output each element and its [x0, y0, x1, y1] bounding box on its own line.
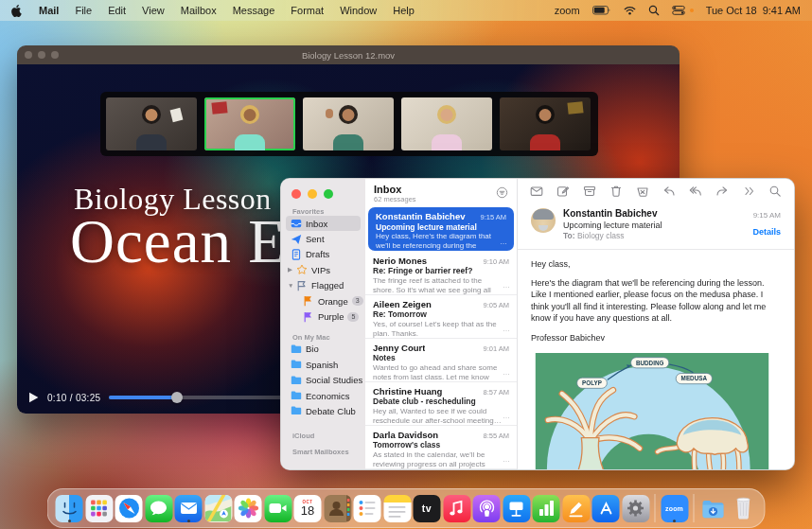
search-icon[interactable]: [648, 5, 660, 16]
zoom-status-item[interactable]: zoom: [555, 5, 580, 16]
participant-tile-2-active-speaker[interactable]: [204, 97, 295, 150]
sidebar-item-bio[interactable]: Bio: [286, 342, 361, 357]
dock-mail-icon[interactable]: [175, 495, 203, 522]
sidebar-item-orange-flag[interactable]: Orange 3: [298, 293, 361, 309]
menu-mail[interactable]: Mail: [39, 5, 59, 16]
menu-message[interactable]: Message: [233, 5, 275, 16]
wall-art: [211, 101, 227, 115]
archive-icon[interactable]: [583, 185, 596, 198]
dock-system-settings-icon[interactable]: [622, 495, 649, 522]
menu-format[interactable]: Format: [291, 5, 324, 16]
delete-icon[interactable]: [609, 185, 623, 198]
dock-trash-icon[interactable]: [730, 495, 757, 522]
battery-icon[interactable]: [592, 6, 611, 15]
dock-maps-icon[interactable]: [204, 495, 232, 522]
control-center-icon[interactable]: [672, 6, 685, 15]
menu-mailbox[interactable]: Mailbox: [181, 5, 217, 16]
wifi-icon[interactable]: [624, 6, 636, 15]
dock-messages-icon[interactable]: [145, 495, 172, 522]
scrubber-handle[interactable]: [171, 392, 183, 403]
sidebar-item-social-studies[interactable]: Social Studies: [286, 373, 361, 388]
message-row[interactable]: Aileen Zeigen9:05 AM Re: Tomorrow Yes, o…: [365, 295, 517, 339]
smart-mailboxes-section-label[interactable]: Smart Mailboxes: [286, 448, 361, 456]
participant-tile-5[interactable]: [500, 97, 591, 150]
more-indicator: …: [500, 238, 507, 246]
junk-icon[interactable]: [636, 185, 649, 198]
icloud-section-label[interactable]: iCloud: [286, 432, 361, 440]
menu-help[interactable]: Help: [393, 5, 415, 16]
message-row-selected[interactable]: Konstantin Babichev9:15 AM Upcoming lect…: [368, 207, 514, 251]
dock-podcasts-icon[interactable]: [473, 495, 501, 522]
more-icon[interactable]: [742, 185, 755, 198]
details-link[interactable]: Details: [752, 227, 781, 237]
dock-reminders-icon[interactable]: [354, 495, 381, 522]
dock-finder-icon[interactable]: [56, 495, 83, 522]
participant-tile-1[interactable]: [106, 97, 197, 150]
minimize-button[interactable]: [308, 189, 317, 199]
more-indicator: …: [503, 281, 510, 290]
dock-zoom-icon[interactable]: zoom: [661, 495, 688, 522]
menubar-date[interactable]: Tue Oct 18: [706, 5, 757, 16]
dock-facetime-icon[interactable]: [264, 495, 291, 522]
compose-icon[interactable]: [556, 185, 570, 198]
get-mail-icon[interactable]: [530, 185, 543, 198]
search-icon[interactable]: [768, 185, 782, 198]
chevron-right-icon[interactable]: ▶: [288, 266, 292, 273]
message-row[interactable]: Nerio Mones9:10 AM Re: Fringe or barrier…: [365, 252, 517, 295]
sidebar-item-economics[interactable]: Economics: [286, 388, 361, 403]
chevron-down-icon[interactable]: ▼: [288, 282, 292, 289]
sidebar-item-drafts[interactable]: Drafts: [286, 247, 361, 262]
participant-tile-3[interactable]: [303, 97, 394, 150]
participant-avatar: [244, 109, 256, 121]
dock-launchpad-icon[interactable]: [85, 495, 113, 522]
sidebar-item-purple-flag[interactable]: Purple 5: [298, 309, 361, 324]
sidebar-item-label: Flagged: [311, 280, 344, 291]
dock-calendar-icon[interactable]: OCT18: [294, 495, 322, 522]
menu-view[interactable]: View: [142, 5, 165, 16]
participant-avatar: [441, 109, 453, 121]
sidebar-item-inbox[interactable]: Inbox: [286, 216, 361, 231]
dock-music-icon[interactable]: [443, 495, 470, 522]
recording-dot: [690, 9, 694, 12]
message-row[interactable]: Christine Huang8:57 AM Debate club - res…: [365, 382, 517, 426]
sidebar-item-debate-club[interactable]: Debate Club: [286, 403, 361, 418]
dock-numbers-icon[interactable]: [533, 495, 560, 522]
message-row[interactable]: Darla Davidson8:55 AM Tomorrow's class A…: [365, 426, 517, 469]
sidebar-item-spanish[interactable]: Spanish: [286, 357, 361, 372]
sidebar-item-label: Drafts: [306, 249, 329, 259]
menubar-time[interactable]: 9:41 AM: [763, 5, 801, 16]
menu-window[interactable]: Window: [340, 5, 377, 16]
video-window-titlebar[interactable]: Biology Lesson 12.mov: [17, 45, 680, 64]
menu-edit[interactable]: Edit: [108, 5, 126, 16]
forward-icon[interactable]: [715, 185, 729, 198]
reply-icon[interactable]: [662, 185, 676, 198]
sidebar-item-vips[interactable]: ▶ VIPs: [286, 262, 361, 277]
dock-notes-icon[interactable]: [383, 495, 411, 522]
lifecycle-diagram-attachment[interactable]: POLYP BUDDING MEDUSA: [527, 353, 785, 469]
menu-file[interactable]: File: [75, 5, 92, 16]
dock-contacts-icon[interactable]: [324, 495, 351, 522]
dock-apple-tv-icon[interactable]: tv: [414, 495, 441, 522]
folder-icon: [291, 405, 302, 416]
participant-tile-4[interactable]: [401, 97, 492, 150]
sender-name: Konstantin Babichev: [563, 208, 662, 220]
dock-app-store-icon[interactable]: [592, 495, 620, 522]
sent-icon: [291, 234, 302, 245]
folder-icon: [291, 390, 302, 401]
close-button[interactable]: [291, 189, 301, 199]
dock-photos-icon[interactable]: [235, 495, 262, 522]
dock-keynote-icon[interactable]: [503, 495, 530, 522]
play-button[interactable]: [28, 392, 39, 403]
mail-sidebar: Favorites Inbox Sent Drafts ▶ VIPs ▼: [281, 179, 365, 469]
sidebar-item-sent[interactable]: Sent: [286, 231, 361, 246]
dock-downloads-folder-icon[interactable]: [699, 495, 727, 522]
inbox-icon: [291, 218, 302, 229]
message-row[interactable]: Jenny Court9:01 AM Notes Wanted to go ah…: [365, 339, 517, 382]
dock-pages-icon[interactable]: [562, 495, 590, 522]
apple-menu-icon[interactable]: [11, 4, 23, 17]
zoom-window-button[interactable]: [324, 189, 333, 199]
filter-icon[interactable]: [496, 185, 508, 203]
dock-safari-icon[interactable]: [115, 495, 143, 522]
sidebar-item-flagged[interactable]: ▼ Flagged: [286, 278, 361, 293]
reply-all-icon[interactable]: [689, 185, 702, 198]
